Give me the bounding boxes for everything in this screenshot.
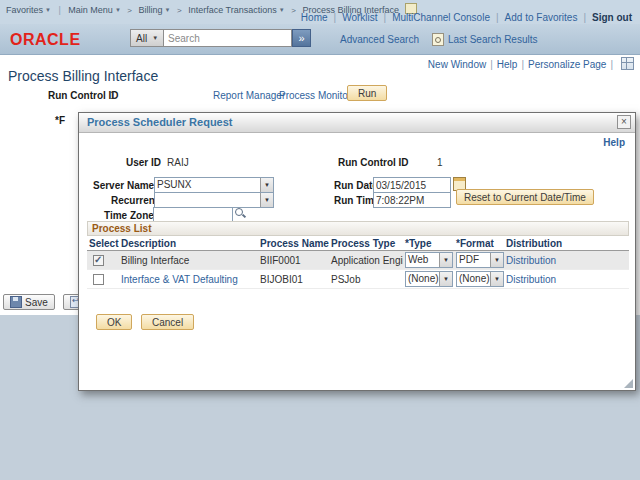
save-button[interactable]: Save [3,294,55,310]
col-select: Select [87,236,119,251]
breadcrumb-label: Main Menu [68,5,113,15]
report-manager-link[interactable]: Report Manager [213,90,285,101]
ok-button[interactable]: OK [96,314,132,330]
chevron-down-icon[interactable]: ▼ [490,253,503,267]
dialog-help-link[interactable]: Help [603,137,625,148]
global-search-bar: All▼ » [130,29,311,47]
separator: | [521,59,524,70]
page-title: Process Billing Interface [8,68,158,84]
breadcrumb-separator: > [177,6,182,15]
distribution-link[interactable]: Distribution [506,255,556,266]
process-monitor-link[interactable]: Process Monitor [279,90,351,101]
oracle-logo: ORACLE [10,31,81,49]
type-select[interactable]: Web▼ [405,252,453,268]
chevron-down-icon[interactable]: ▼ [260,178,273,192]
format-value: (None) [457,272,490,286]
format-select[interactable]: (None)▼ [456,271,504,287]
separator: | [496,12,499,23]
search-scope-value: All [136,33,147,44]
server-name-select[interactable]: PSUNX▼ [154,177,274,193]
chevron-down-icon: ▼ [45,7,51,13]
separator: | [610,59,613,70]
process-description: Billing Interface [121,255,189,266]
sign-out-link[interactable]: Sign out [592,12,632,23]
page-utility-links: New Window|Help|Personalize Page| [428,57,634,70]
recurrence-select[interactable]: ▼ [154,192,274,208]
user-id-label: User ID [126,157,161,168]
col-process-name: Process Name [258,236,329,251]
process-type: Application Engine [329,251,403,270]
chevron-down-icon: ▼ [279,7,285,13]
distribution-link[interactable]: Distribution [506,274,556,285]
close-icon[interactable]: × [617,115,631,129]
process-name: BIIF0001 [258,251,329,270]
reset-date-time-button[interactable]: Reset to Current Date/Time [456,189,594,205]
table-row: Interface & VAT Defaulting BIJOBI01 PSJo… [87,270,629,289]
col-type: *Type [403,236,454,251]
recurrence-value [155,193,260,207]
separator: | [58,5,60,15]
breadcrumb-separator: > [291,6,296,15]
search-scope-dropdown[interactable]: All▼ [130,29,164,47]
col-distribution: Distribution [504,236,629,251]
search-input[interactable] [164,29,292,47]
run-control-id-label: Run Control ID [338,157,409,168]
row-select-checkbox[interactable] [93,274,104,285]
cancel-button[interactable]: Cancel [141,314,194,330]
server-name-label: Server Name [93,180,154,191]
separator: | [384,12,387,23]
lookup-magnifier-icon[interactable] [234,207,246,219]
run-control-id-value: 1 [437,157,443,168]
time-zone-label: Time Zone [104,210,154,221]
type-value: (None) [406,272,439,286]
search-go-button[interactable]: » [292,29,311,47]
new-window-link[interactable]: New Window [428,59,486,70]
partially-hidden-field-label: *F [55,115,65,126]
run-date-field[interactable] [373,177,451,193]
type-value: Web [406,253,439,267]
process-type: PSJob [329,270,403,289]
breadcrumb-main-menu[interactable]: Main Menu▼ [68,5,120,15]
dialog-title: Process Scheduler Request [87,116,233,128]
user-id-value: RAIJ [167,157,189,168]
chevron-down-icon: ▼ [115,7,121,13]
chevron-down-icon[interactable]: ▼ [439,272,452,286]
separator: | [490,59,493,70]
row-select-checkbox[interactable] [93,255,104,266]
chevron-down-icon: ▼ [152,35,158,41]
format-select[interactable]: PDF▼ [456,252,504,268]
chevron-down-icon[interactable]: ▼ [260,193,273,207]
col-description: Description [119,236,258,251]
oracle-header-bar: ORACLE All▼ » Advanced Search Last Searc… [0,24,640,55]
resize-grip[interactable] [624,379,633,388]
run-control-id-label: Run Control ID [48,90,119,101]
save-disk-icon [10,296,22,308]
top-navigation-bar: Favorites▼ | Main Menu▼ > Billing▼ > Int… [0,0,640,24]
help-link[interactable]: Help [497,59,518,70]
breadcrumb-label: Favorites [6,5,43,15]
process-name: BIJOBI01 [258,270,329,289]
process-description-link[interactable]: Interface & VAT Defaulting [121,274,238,285]
type-select[interactable]: (None)▼ [405,271,453,287]
add-to-favorites-link[interactable]: Add to Favorites [505,12,578,23]
last-search-results-link[interactable]: Last Search Results [448,34,538,45]
breadcrumb-favorites[interactable]: Favorites▼ [6,5,51,15]
process-list-table: Select Description Process Name Process … [87,236,629,289]
multichannel-console-link[interactable]: MultiChannel Console [392,12,490,23]
process-list-section-header: Process List [87,221,629,236]
process-scheduler-request-dialog: Process Scheduler Request × Help User ID… [78,112,636,391]
home-link[interactable]: Home [301,12,328,23]
breadcrumb-separator: > [127,6,132,15]
personalize-page-link[interactable]: Personalize Page [528,59,606,70]
chevron-down-icon[interactable]: ▼ [439,253,452,267]
table-header-row: Select Description Process Name Process … [87,236,629,251]
run-time-field[interactable] [373,192,451,208]
chevron-down-icon[interactable]: ▼ [490,272,503,286]
breadcrumb-billing[interactable]: Billing▼ [139,5,171,15]
dialog-title-bar[interactable]: Process Scheduler Request × [79,113,635,133]
run-button[interactable]: Run [347,85,387,101]
advanced-search-link[interactable]: Advanced Search [340,34,419,45]
worklist-link[interactable]: Worklist [342,12,377,23]
layout-grid-icon[interactable] [621,57,634,70]
breadcrumb-interface-transactions[interactable]: Interface Transactions▼ [188,5,285,15]
